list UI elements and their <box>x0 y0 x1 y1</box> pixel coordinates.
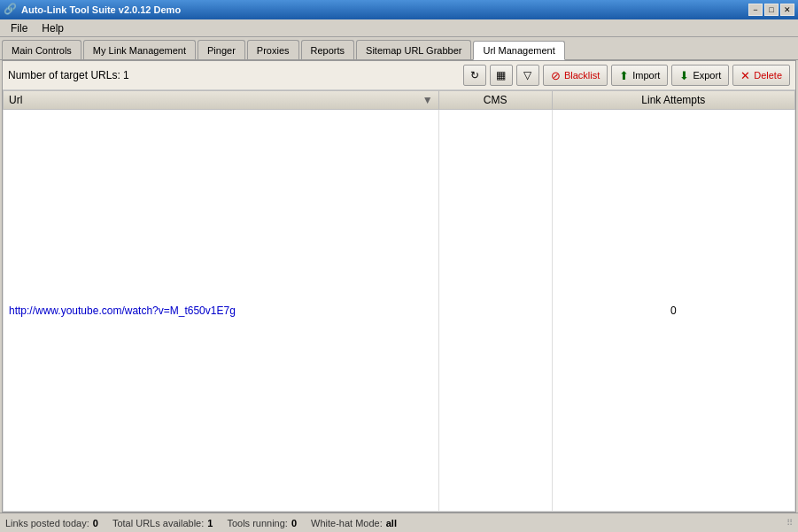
import-label: Import <box>632 70 660 81</box>
links-posted-value: 0 <box>93 518 98 528</box>
white-hat-label: White-hat Mode: <box>311 518 383 528</box>
maximize-button[interactable]: □ <box>764 4 779 16</box>
tab-bar: Main Controls My Link Management Pinger … <box>0 37 798 60</box>
main-content: Number of target URLs: 1 ↻ ▦ ▽ ⊘ Blackli… <box>2 60 796 513</box>
delete-button[interactable]: ✕ Delete <box>732 65 790 86</box>
toolbar-buttons: ↻ ▦ ▽ ⊘ Blacklist ⬆ Import ⬇ Export ✕ <box>463 65 790 86</box>
tab-reports[interactable]: Reports <box>301 40 355 59</box>
refresh-icon: ↻ <box>470 69 479 81</box>
delete-label: Delete <box>754 70 782 81</box>
title-controls: − □ ✕ <box>748 4 794 16</box>
title-text: Auto-Link Tool Suite v2.0.12 Demo <box>21 4 181 15</box>
tools-running-value: 0 <box>291 518 297 528</box>
link-attempts-cell: 0 <box>552 110 794 512</box>
url-table: Url ▼ CMS Link Attempts http://www.youtu… <box>3 90 795 512</box>
tab-url-management[interactable]: Url Management <box>473 41 564 60</box>
filter-icon: ▽ <box>523 69 531 81</box>
col-header-link-attempts[interactable]: Link Attempts <box>552 91 794 110</box>
export-label: Export <box>693 70 721 81</box>
status-tools-running: Tools running: 0 <box>227 518 297 528</box>
grid-icon: ▦ <box>496 69 506 81</box>
resize-handle[interactable]: ⠿ <box>786 518 793 528</box>
menu-help[interactable]: Help <box>35 20 71 36</box>
tab-pinger[interactable]: Pinger <box>198 40 245 59</box>
import-button[interactable]: ⬆ Import <box>611 65 668 86</box>
col-header-url[interactable]: Url ▼ <box>4 91 439 110</box>
table-row[interactable]: http://www.youtube.com/watch?v=M_t650v1E… <box>4 110 795 512</box>
status-links-posted: Links posted today: 0 <box>5 518 98 528</box>
table-body: http://www.youtube.com/watch?v=M_t650v1E… <box>4 110 795 512</box>
toolbar-row: Number of target URLs: 1 ↻ ▦ ▽ ⊘ Blackli… <box>3 61 795 90</box>
app-icon: 🔗 <box>4 3 18 17</box>
minimize-button[interactable]: − <box>748 4 763 16</box>
grid-button[interactable]: ▦ <box>490 65 513 86</box>
url-cell: http://www.youtube.com/watch?v=M_t650v1E… <box>4 110 439 512</box>
tab-sitemap-url-grabber[interactable]: Sitemap URL Grabber <box>356 40 471 59</box>
tab-my-link-management[interactable]: My Link Management <box>83 40 196 59</box>
title-bar-left: 🔗 Auto-Link Tool Suite v2.0.12 Demo <box>4 3 181 17</box>
export-icon: ⬇ <box>679 69 689 82</box>
blacklist-button[interactable]: ⊘ Blacklist <box>543 65 608 86</box>
filter-button[interactable]: ▽ <box>516 65 539 86</box>
menu-file[interactable]: File <box>4 20 35 36</box>
blacklist-icon: ⊘ <box>551 69 561 82</box>
total-urls-label: Total URLs available: <box>112 518 204 528</box>
menu-bar: File Help <box>0 19 798 37</box>
refresh-button[interactable]: ↻ <box>463 65 486 86</box>
col-header-cms[interactable]: CMS <box>438 91 552 110</box>
import-icon: ⬆ <box>619 69 629 82</box>
tools-running-label: Tools running: <box>227 518 288 528</box>
close-button[interactable]: ✕ <box>780 4 794 16</box>
links-posted-label: Links posted today: <box>5 518 89 528</box>
status-total-urls: Total URLs available: 1 <box>112 518 213 528</box>
white-hat-value: all <box>386 518 397 528</box>
tab-proxies[interactable]: Proxies <box>247 40 299 59</box>
sort-arrow-url: ▼ <box>422 94 433 106</box>
status-bar: Links posted today: 0 Total URLs availab… <box>0 513 798 532</box>
blacklist-label: Blacklist <box>564 70 600 81</box>
status-white-hat: White-hat Mode: all <box>311 518 397 528</box>
table-header-row: Url ▼ CMS Link Attempts <box>4 91 795 110</box>
url-count-label: Number of target URLs: 1 <box>8 69 129 81</box>
cms-cell <box>438 110 552 512</box>
export-button[interactable]: ⬇ Export <box>671 65 729 86</box>
total-urls-value: 1 <box>207 518 213 528</box>
title-bar: 🔗 Auto-Link Tool Suite v2.0.12 Demo − □ … <box>0 0 798 19</box>
tab-main-controls[interactable]: Main Controls <box>2 40 81 59</box>
delete-icon: ✕ <box>740 69 750 82</box>
